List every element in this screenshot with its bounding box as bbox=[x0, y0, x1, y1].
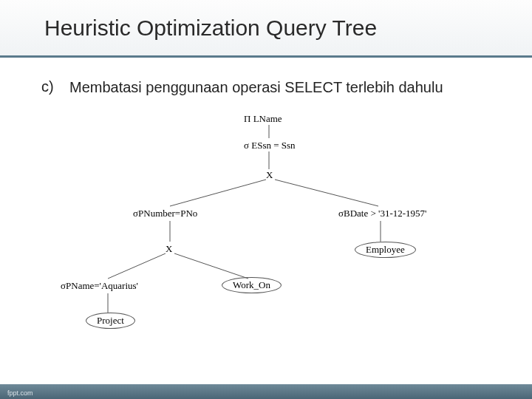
node-join-bottom: X bbox=[166, 243, 172, 255]
node-select-essn: σ ESsn = Ssn bbox=[244, 140, 296, 151]
node-select-pname: σPName='Aquarius' bbox=[61, 280, 138, 292]
relation-employee: Employee bbox=[355, 242, 416, 258]
content-area: c) Membatasi penggunaan operasi SELECT t… bbox=[0, 58, 532, 348]
node-project-lname: Π LName bbox=[244, 113, 282, 125]
relation-works-on: Work_On bbox=[222, 277, 282, 293]
title-band: Heuristic Optimization Query Tree bbox=[0, 0, 532, 58]
node-join-top: X bbox=[266, 169, 273, 181]
bullet-item: c) Membatasi penggunaan operasi SELECT t… bbox=[41, 78, 491, 97]
svg-line-2 bbox=[170, 180, 266, 206]
bullet-marker: c) bbox=[41, 78, 59, 95]
relation-project: Project bbox=[86, 313, 135, 329]
svg-line-6 bbox=[108, 253, 166, 279]
svg-line-3 bbox=[275, 180, 378, 206]
slide-title: Heuristic Optimization Query Tree bbox=[44, 16, 377, 41]
svg-line-7 bbox=[174, 253, 248, 279]
bullet-text: Membatasi penggunaan operasi SELECT terl… bbox=[69, 78, 443, 97]
footer-site: fppt.com bbox=[7, 389, 33, 397]
node-select-pnumber: σPNumber=PNo bbox=[133, 208, 197, 219]
query-tree: Π LName σ ESsn = Ssn X σPNumber=PNo σBDa… bbox=[44, 112, 488, 348]
node-select-bdate: σBDate > '31-12-1957' bbox=[338, 208, 426, 219]
footer-band: fppt.com bbox=[0, 384, 532, 399]
